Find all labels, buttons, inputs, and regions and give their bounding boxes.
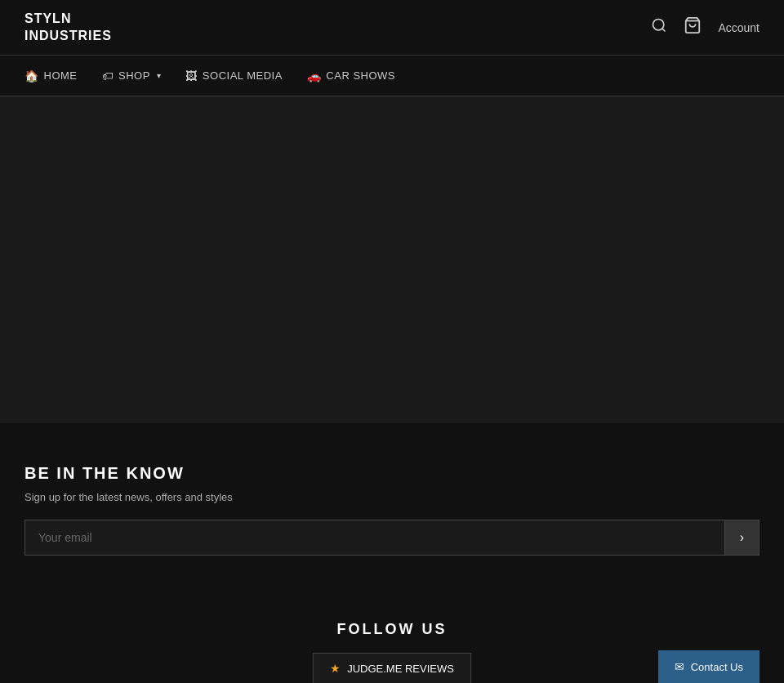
email-submit-button[interactable]: › <box>724 520 760 556</box>
shop-icon: 🏷 <box>102 69 114 83</box>
home-icon: 🏠 <box>24 69 39 83</box>
nav-items: 🏠 HOME 🏷 SHOP ▾ 🖼 SOCIAL MEDIA 🚗 CAR SHO… <box>24 69 395 83</box>
social-media-icon: 🖼 <box>185 69 198 83</box>
account-link[interactable]: Account <box>718 21 760 34</box>
judge-label: JUDGE.ME REVIEWS <box>347 663 454 675</box>
nav-item-social-media[interactable]: 🖼 SOCIAL MEDIA <box>185 69 282 83</box>
email-input[interactable] <box>24 520 724 556</box>
newsletter-subheading: Sign up for the latest news, offers and … <box>24 491 760 503</box>
svg-line-1 <box>662 29 666 32</box>
chevron-down-icon: ▾ <box>157 71 162 80</box>
nav-item-shop[interactable]: 🏷 SHOP ▾ <box>102 69 162 83</box>
cart-icon[interactable] <box>684 16 702 38</box>
header-logo-area: STYLN INDUSTRIES <box>24 11 112 45</box>
judge-reviews-bar[interactable]: ★ JUDGE.ME REVIEWS <box>313 653 471 683</box>
site-logo[interactable]: STYLN INDUSTRIES <box>24 11 112 45</box>
car-icon: 🚗 <box>307 69 322 83</box>
site-header: STYLN INDUSTRIES Account <box>0 0 784 56</box>
newsletter-section: BE IN THE KNOW Sign up for the latest ne… <box>24 464 760 556</box>
main-content-area <box>0 96 784 423</box>
follow-us-heading: FOLLOW US <box>24 621 760 638</box>
newsletter-form: › <box>24 520 760 556</box>
footer: BE IN THE KNOW Sign up for the latest ne… <box>0 423 784 683</box>
contact-envelope-icon: ✉ <box>675 660 684 673</box>
nav-item-home[interactable]: 🏠 HOME <box>24 69 78 83</box>
contact-us-button[interactable]: ✉ Contact Us <box>658 650 760 683</box>
nav-item-car-shows[interactable]: 🚗 CAR SHOWS <box>307 69 395 83</box>
header-actions: Account <box>651 16 760 38</box>
contact-us-label: Contact Us <box>691 661 743 673</box>
svg-point-0 <box>653 20 664 30</box>
judge-star-icon: ★ <box>330 662 341 675</box>
newsletter-heading: BE IN THE KNOW <box>24 464 760 483</box>
search-icon[interactable] <box>651 17 667 38</box>
main-nav: 🏠 HOME 🏷 SHOP ▾ 🖼 SOCIAL MEDIA 🚗 CAR SHO… <box>0 56 784 96</box>
